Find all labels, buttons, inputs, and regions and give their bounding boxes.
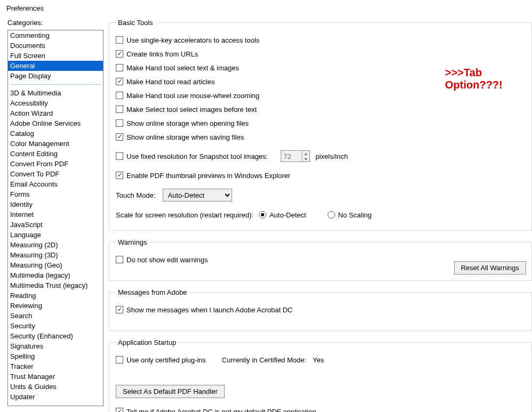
sidebar-item[interactable]: Internet — [8, 209, 103, 220]
sidebar-item[interactable]: Full Screen — [8, 51, 103, 61]
checkbox-label: Make Hand tool use mouse-wheel zooming — [126, 92, 259, 100]
checkbox-label: Show online storage when saving files — [126, 133, 244, 141]
checkbox-select-images[interactable] — [116, 106, 123, 113]
radio-no-scaling[interactable] — [328, 211, 335, 219]
sidebar-item[interactable]: Commenting — [8, 30, 103, 41]
warnings-legend: Warnings — [116, 238, 149, 246]
checkbox-label: Create links from URLs — [126, 50, 198, 58]
resolution-unit: pixels/inch — [315, 152, 348, 160]
resolution-input[interactable] — [281, 151, 301, 161]
sidebar-item[interactable]: Search — [8, 311, 103, 321]
checkbox-certified-plugins[interactable] — [116, 356, 123, 363]
basic-tools-legend: Basic Tools — [116, 19, 155, 27]
checkbox-label: Do not show edit warnings — [126, 256, 208, 264]
radio-label: No Scaling — [338, 211, 372, 219]
checkbox-storage-open[interactable] — [116, 119, 123, 127]
certified-mode-value: Yes — [313, 356, 324, 364]
checkbox-create-links[interactable] — [116, 50, 123, 58]
checkbox-single-key[interactable] — [116, 36, 123, 44]
sidebar-item[interactable]: Email Accounts — [8, 179, 103, 189]
window-title: Preferences — [0, 0, 532, 14]
sidebar-item[interactable]: Language — [8, 230, 103, 240]
sidebar-item[interactable]: Signatures — [8, 341, 103, 351]
sidebar-item[interactable]: Identity — [8, 199, 103, 209]
sidebar-item[interactable]: Measuring (Geo) — [8, 260, 103, 270]
sidebar-item[interactable]: Content Editing — [8, 149, 103, 159]
spinner-up-icon[interactable]: ▲ — [302, 151, 309, 156]
checkbox-storage-save[interactable] — [116, 133, 123, 141]
checkbox-default-app[interactable] — [116, 408, 123, 412]
warnings-group: Warnings Do not show edit warnings Reset… — [109, 238, 532, 281]
messages-legend: Messages from Adobe — [116, 288, 189, 296]
startup-legend: Application Startup — [116, 338, 178, 346]
checkbox-label: Use only certified plug-ins — [126, 356, 206, 364]
checkbox-thumbnail[interactable] — [116, 172, 123, 179]
checkbox-hand-select[interactable] — [116, 64, 123, 71]
sidebar-item[interactable]: JavaScript — [8, 220, 103, 230]
sidebar-item[interactable]: Convert To PDF — [8, 169, 103, 179]
sidebar-item[interactable]: 3D & Multimedia — [8, 88, 103, 98]
sidebar-item[interactable]: Forms — [8, 189, 103, 199]
checkbox-edit-warnings[interactable] — [116, 256, 123, 263]
touch-mode-select[interactable]: Auto-Detect — [163, 189, 232, 201]
checkbox-label: Use single-key accelerators to access to… — [126, 36, 259, 44]
sidebar-item[interactable]: Measuring (2D) — [8, 240, 103, 250]
spinner-down-icon[interactable]: ▼ — [302, 156, 309, 161]
sidebar-item[interactable]: Updater — [8, 392, 103, 402]
checkbox-label: Make Hand tool select text & images — [126, 64, 239, 72]
sidebar-item[interactable]: Multimedia Trust (legacy) — [8, 280, 103, 290]
sidebar-item[interactable]: Accessibility — [8, 98, 103, 108]
radio-label: Auto-Detect — [269, 211, 306, 219]
categories-listbox[interactable]: Commenting Documents Full Screen General… — [7, 30, 104, 406]
basic-tools-group: Basic Tools Use single-key accelerators … — [109, 19, 532, 231]
checkbox-label: Use fixed resolution for Snapshot tool i… — [126, 152, 268, 160]
sidebar-item[interactable]: Units & Guides — [8, 382, 103, 392]
resolution-spinner[interactable]: ▲ ▼ — [281, 150, 310, 162]
checkbox-hand-zoom[interactable] — [116, 92, 123, 99]
messages-group: Messages from Adobe Show me messages whe… — [109, 288, 532, 331]
application-startup-group: Application Startup Use only certified p… — [109, 338, 532, 412]
checkbox-label: Show me messages when I launch Adobe Acr… — [126, 306, 292, 314]
sidebar-item[interactable]: Convert From PDF — [8, 159, 103, 169]
categories-label: Categories: — [7, 19, 104, 27]
certified-mode-label: Currently in Certified Mode: — [222, 356, 306, 364]
reset-all-warnings-button[interactable]: Reset All Warnings — [454, 261, 526, 274]
sidebar-item[interactable]: Adobe Online Services — [8, 118, 103, 128]
sidebar-item[interactable]: Tracker — [8, 361, 103, 371]
sidebar-item[interactable]: Reading — [8, 290, 103, 301]
sidebar-item[interactable]: Security — [8, 321, 103, 331]
checkbox-label: Show online storage when opening files — [126, 119, 249, 127]
sidebar-item[interactable]: Security (Enhanced) — [8, 331, 103, 341]
scale-label: Scale for screen resolution (restart req… — [116, 211, 253, 219]
checkbox-show-messages[interactable] — [116, 306, 123, 313]
checkbox-hand-articles[interactable] — [116, 78, 123, 85]
sidebar-item[interactable]: Trust Manager — [8, 371, 103, 382]
sidebar-item[interactable]: Color Management — [8, 139, 103, 149]
sidebar-item[interactable]: Measuring (3D) — [8, 250, 103, 260]
sidebar-item[interactable]: Action Wizard — [8, 108, 103, 118]
checkbox-label: Make Hand tool read articles — [126, 78, 215, 86]
radio-auto-detect[interactable] — [259, 211, 266, 219]
sidebar-item[interactable]: Catalog — [8, 128, 103, 139]
sidebar-item[interactable]: Reviewing — [8, 301, 103, 311]
checkbox-label: Enable PDF thumbnail previews in Windows… — [126, 172, 290, 180]
sidebar-item[interactable]: Multimedia (legacy) — [8, 270, 103, 280]
sidebar-item[interactable]: Page Display — [8, 71, 103, 81]
touch-mode-label: Touch Mode: — [116, 191, 155, 199]
select-default-handler-button[interactable]: Select As Default PDF Handler — [116, 385, 225, 398]
sidebar-item[interactable]: Documents — [8, 41, 103, 51]
checkbox-label: Tell me if Adobe Acrobat DC is not my de… — [126, 408, 316, 413]
checkbox-fixed-resolution[interactable] — [116, 152, 123, 160]
sidebar-item-general[interactable]: General — [8, 61, 103, 71]
checkbox-label: Make Select tool select images before te… — [126, 106, 257, 114]
sidebar-item[interactable]: Spelling — [8, 351, 103, 361]
